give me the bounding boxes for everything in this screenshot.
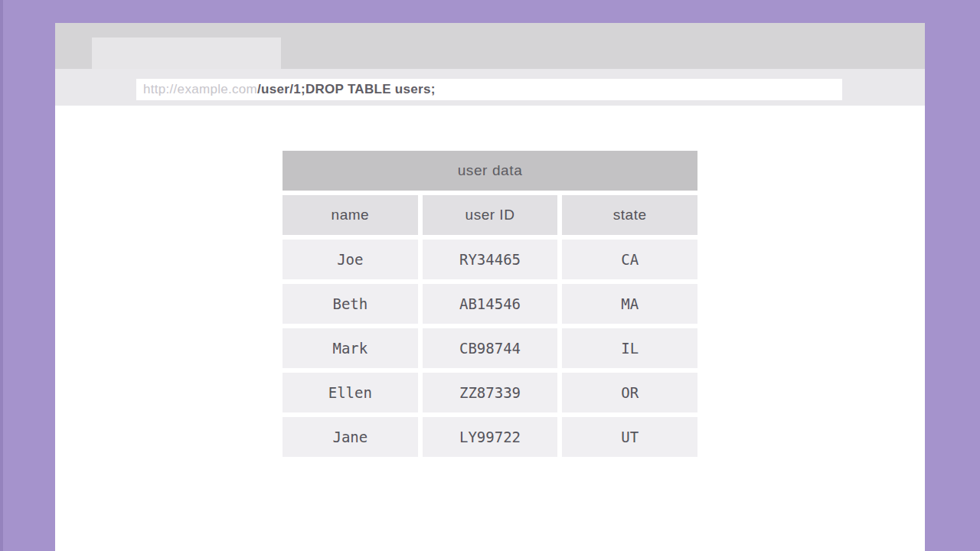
browser-titlebar <box>55 23 925 69</box>
background-edge-strip <box>0 0 3 551</box>
table-cell-user-id: AB14546 <box>423 284 558 324</box>
table-cell-user-id: CB98744 <box>423 328 558 368</box>
column-header-name: name <box>283 195 418 235</box>
browser-window: http://example.com/user/1;DROP TABLE use… <box>55 23 925 551</box>
column-header-user-id: user ID <box>423 195 558 235</box>
table-title: user data <box>283 151 697 191</box>
table-cell-name: Jane <box>283 417 418 457</box>
column-header-state: state <box>562 195 697 235</box>
table-cell-state: UT <box>562 417 697 457</box>
table-cell-state: IL <box>562 328 697 368</box>
table-cell-name: Ellen <box>283 373 418 412</box>
table-cell-user-id: RY34465 <box>423 240 558 279</box>
url-bar-row: http://example.com/user/1;DROP TABLE use… <box>55 69 925 106</box>
table-cell-name: Mark <box>283 328 418 368</box>
url-input[interactable]: http://example.com/user/1;DROP TABLE use… <box>136 79 842 100</box>
url-injection-path-text: /user/1;DROP TABLE users; <box>257 82 436 97</box>
user-data-table: user data name user ID state Joe RY34465… <box>283 151 697 457</box>
table-grid: name user ID state Joe RY34465 CA Beth A… <box>283 195 697 457</box>
table-cell-state: CA <box>562 240 697 279</box>
table-cell-state: OR <box>562 373 697 412</box>
table-cell-user-id: ZZ87339 <box>423 373 558 412</box>
table-cell-name: Beth <box>283 284 418 324</box>
table-cell-user-id: LY99722 <box>423 417 558 457</box>
table-cell-name: Joe <box>283 240 418 279</box>
browser-tab[interactable] <box>92 37 281 69</box>
table-cell-state: MA <box>562 284 697 324</box>
url-domain-text: http://example.com <box>143 82 257 97</box>
